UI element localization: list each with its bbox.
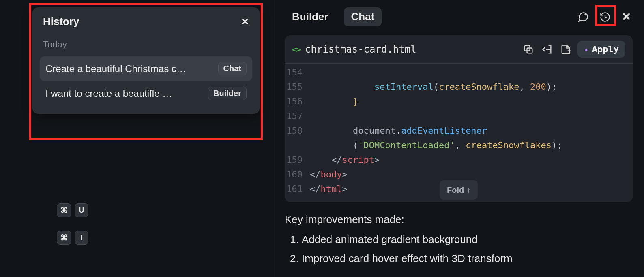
insert-icon[interactable] [540,43,554,56]
code-filename: christmas-card.html [305,44,517,55]
response-heading: Key improvements made: [285,213,633,226]
copy-icon[interactable] [522,43,535,56]
code-line: 158 document.addEventListener [285,124,633,138]
close-panel-icon[interactable]: ✕ [620,10,633,23]
code-line: 156 } [285,94,633,109]
code-line: 157 [285,109,633,124]
left-pane: History ✕ Today Create a beautiful Chris… [0,0,273,277]
close-icon[interactable]: ✕ [241,16,249,28]
new-chat-icon[interactable] [576,10,590,24]
history-item-badge: Builder [208,87,247,100]
new-file-icon[interactable] [559,43,573,56]
apply-label: Apply [592,44,619,54]
kbd-key: ⌘ [57,231,71,245]
history-item-badge: Chat [218,62,247,75]
shortcut-hints: ⌘ U ⌘ I [57,199,88,245]
history-item[interactable]: I want to create a beautifle … Builder [40,81,252,106]
history-icon[interactable] [598,10,612,24]
tab-chat[interactable]: Chat [344,7,382,26]
code-line: 159 </script> [285,153,633,167]
list-item: Added animated gradient background [302,233,633,246]
kbd-key: I [75,231,88,245]
history-panel: History ✕ Today Create a beautiful Chris… [32,7,260,114]
history-item-title: I want to create a beautifle … [45,88,202,99]
right-pane: Builder Chat ✕ <> christmas-card.html [273,0,644,277]
history-title: History [43,15,79,28]
list-item: Improved card hover effect with 3D trans… [302,252,633,265]
response-text: Key improvements made: Added animated gr… [285,213,633,271]
tabs-row: Builder Chat ✕ [285,7,633,26]
sparkle-icon: ✦ [584,45,589,54]
history-section-today: Today [43,39,249,50]
kbd-key: U [75,203,88,217]
history-item[interactable]: Create a beautiful Christmas c… Chat [40,56,252,81]
history-item-title: Create a beautiful Christmas c… [45,63,212,75]
tab-builder[interactable]: Builder [285,7,336,26]
code-card: <> christmas-card.html ✦ Apply 154155 se… [285,35,633,202]
apply-button[interactable]: ✦ Apply [577,41,625,58]
code-body[interactable]: 154155 setInterval(createSnowflake, 200)… [285,64,633,202]
code-icon: <> [292,45,300,54]
response-list: Added animated gradient background Impro… [285,233,633,265]
fold-button[interactable]: Fold ↑ [440,180,478,200]
code-line: ('DOMContentLoaded', createSnowflakes); [285,138,633,153]
kbd-key: ⌘ [57,203,71,217]
code-line: 160</body> [285,167,633,182]
code-line: 154 [285,65,633,80]
code-line: 155 setInterval(createSnowflake, 200); [285,80,633,94]
